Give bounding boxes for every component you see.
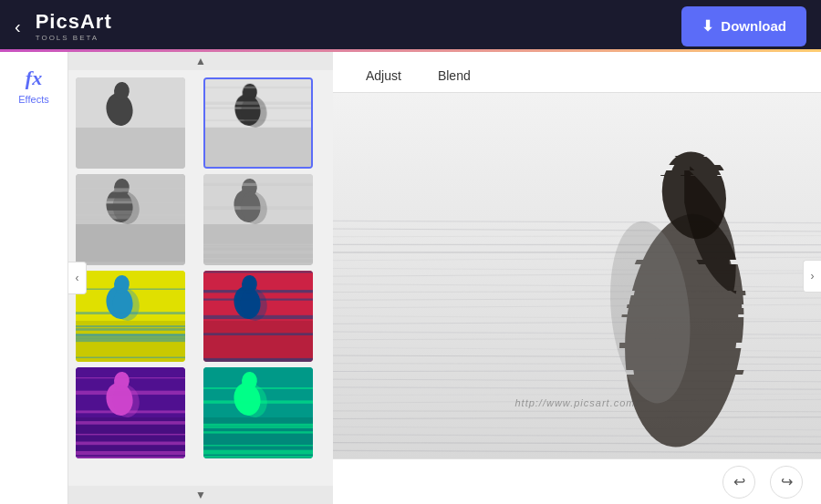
- left-chevron-button[interactable]: ‹: [68, 262, 87, 294]
- effects-label: Effects: [18, 94, 48, 105]
- thumbnail-pink[interactable]: [203, 271, 313, 362]
- header: ‹ PicsArt Tools BETA ⬇ Download: [0, 0, 821, 52]
- logo-text: PicsArt: [36, 10, 112, 34]
- thumbnail-yellow[interactable]: [76, 271, 185, 362]
- download-label: Download: [721, 18, 786, 34]
- thumbnail-purple-canvas: [76, 367, 185, 458]
- tab-adjust[interactable]: Adjust: [348, 61, 420, 92]
- logo-subtitle: Tools BETA: [36, 34, 99, 42]
- thumbnail-original-canvas: [76, 77, 185, 169]
- scroll-up-button[interactable]: ▲: [68, 52, 333, 70]
- sidebar: fx Effects: [0, 52, 68, 504]
- preview-tabs: Adjust Blend: [333, 52, 821, 93]
- thumbnail-glitch1[interactable]: [203, 77, 313, 169]
- redo-button[interactable]: ↪: [770, 466, 803, 499]
- thumbnail-purple[interactable]: [76, 367, 185, 458]
- header-left: ‹ PicsArt Tools BETA: [15, 10, 112, 42]
- thumbnail-glitch2[interactable]: [76, 174, 185, 265]
- thumbnail-original[interactable]: [76, 77, 185, 169]
- logo: PicsArt Tools BETA: [36, 10, 112, 42]
- thumbnail-pink-canvas: [203, 271, 313, 362]
- effects-button[interactable]: fx Effects: [18, 67, 48, 105]
- undo-button[interactable]: ↩: [722, 466, 755, 499]
- thumbnail-glitch3[interactable]: [203, 174, 313, 265]
- bottom-toolbar: ↩ ↪: [333, 458, 821, 504]
- thumbnail-glitch3-canvas: [203, 174, 313, 265]
- right-chevron-button[interactable]: ›: [803, 260, 821, 293]
- preview-panel: Adjust Blend http://www.picsart.com/ › ↩…: [333, 52, 821, 504]
- thumbnails-panel: ▲: [68, 52, 333, 504]
- watermark: http://www.picsart.com/: [514, 397, 639, 408]
- download-icon: ⬇: [701, 17, 713, 35]
- back-button[interactable]: ‹: [15, 17, 21, 36]
- thumbnails-grid: [68, 70, 333, 486]
- thumbnail-teal-canvas: [203, 367, 313, 458]
- thumbnail-teal[interactable]: [203, 367, 313, 458]
- tab-blend[interactable]: Blend: [420, 61, 489, 92]
- main-content: fx Effects ▲: [0, 52, 821, 504]
- scroll-down-button[interactable]: ▼: [68, 486, 333, 504]
- thumbnail-yellow-canvas: [76, 271, 185, 362]
- preview-image-area: http://www.picsart.com/ ›: [333, 93, 821, 458]
- download-button[interactable]: ⬇ Download: [681, 6, 806, 46]
- thumbnail-glitch2-canvas: [76, 174, 185, 265]
- thumbnail-glitch1-canvas: [205, 79, 311, 167]
- fx-icon: fx: [26, 67, 42, 90]
